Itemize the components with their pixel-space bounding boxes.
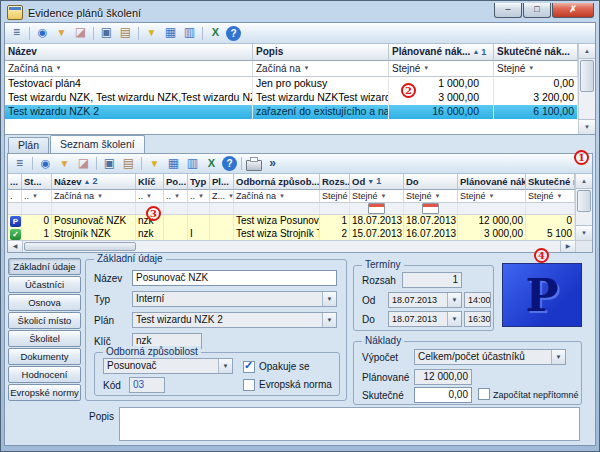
scrollbar-thumb[interactable] <box>577 190 591 212</box>
filter-cell[interactable]: Začíná na▼ <box>234 190 320 203</box>
scrollbar-thumb[interactable] <box>580 60 594 92</box>
plan-row[interactable]: Test wizardu NZK, Test wizardu NZK,Test … <box>5 91 595 105</box>
filter-nazev[interactable]: Začíná na▼ <box>5 61 253 77</box>
copy-icon[interactable]: ▣ <box>101 156 118 172</box>
sidebar-item-hodnoceni[interactable]: Hodnocení <box>8 366 81 383</box>
sidebar-item-dokumenty[interactable]: Dokumenty <box>8 348 81 365</box>
column-header-od-zpusobilost[interactable]: Odborná způsob... <box>234 174 320 190</box>
help-icon[interactable]: ? <box>226 26 241 41</box>
column-header-pl[interactable]: Pl... <box>210 174 234 190</box>
help-icon[interactable]: ? <box>222 156 237 171</box>
column-header-planovane-naklady[interactable]: Plánované nák...▲1 <box>389 44 494 61</box>
filter-icon[interactable]: ▼ <box>146 156 163 172</box>
column-header-skutecne-naklady[interactable]: Skutečné ná... <box>526 174 575 190</box>
filter-cell[interactable]: Stejné▼ <box>350 190 404 203</box>
printer-icon[interactable] <box>246 160 262 171</box>
view-icon[interactable]: ◉ <box>37 156 54 172</box>
scroll-up-icon[interactable]: ▲ <box>579 44 595 59</box>
column-header-skutecne-naklady[interactable]: Skutečné nák... <box>494 44 578 61</box>
filter-cell[interactable]: Z...▼ <box>210 190 234 203</box>
column-header-klic[interactable]: Klíč <box>136 174 164 190</box>
scroll-left-icon[interactable]: ◀ <box>8 241 23 252</box>
eraser-icon[interactable]: ◪ <box>75 156 92 172</box>
popis-textarea[interactable] <box>119 407 580 441</box>
planovane-field[interactable]: 12 000,00 <box>414 369 472 385</box>
filter-cell[interactable]: ..▼ <box>188 190 210 203</box>
filter-cell[interactable]: ..▼ <box>22 190 52 203</box>
filter-cell[interactable]: ..▼ <box>164 190 188 203</box>
tab-plan[interactable]: Plán <box>8 137 49 153</box>
column-header-nazev[interactable]: Název <box>5 44 253 61</box>
sidebar-item-osnova[interactable]: Osnova <box>8 294 81 311</box>
table-columns-icon[interactable]: ▥ <box>181 25 198 41</box>
od-time-field[interactable]: 14:00 <box>464 292 491 308</box>
copy-icon[interactable]: ▣ <box>98 25 115 41</box>
scroll-down-icon[interactable]: ▼ <box>576 225 592 240</box>
plan-row[interactable]: Testovací plán4 Jen pro pokusy 1 000,00 … <box>5 77 595 91</box>
table-icon[interactable]: ▦ <box>165 156 182 172</box>
calendar-icon[interactable] <box>368 203 385 214</box>
calendar-icon[interactable] <box>422 203 439 214</box>
column-header-nazev[interactable]: Název▲2 <box>52 174 136 190</box>
filter-cell[interactable]: Stejné▼ <box>404 190 458 203</box>
view-icon[interactable]: ◉ <box>34 25 51 41</box>
do-date-field[interactable]: 18.07.2013▼ <box>388 311 462 327</box>
close-button[interactable]: ✗ <box>552 3 594 18</box>
trainings-grid-vertical-scrollbar[interactable]: ▲ ▼ <box>575 174 592 240</box>
column-header-typ[interactable]: Typ <box>188 174 210 190</box>
scroll-right-icon[interactable]: ▶ <box>560 241 575 252</box>
paste-icon[interactable]: ▤ <box>120 156 137 172</box>
table-columns-icon[interactable]: ▥ <box>184 156 201 172</box>
funnel-icon[interactable]: ▼ <box>56 156 73 172</box>
filter-popis[interactable]: Začíná na▼ <box>253 61 389 77</box>
opakuje-se-checkbox[interactable] <box>243 361 255 373</box>
column-header-popis[interactable]: Popis <box>253 44 389 61</box>
evropska-norma-checkbox[interactable] <box>243 379 255 391</box>
menu-icon[interactable]: ≡ <box>11 156 28 172</box>
trainings-grid-horizontal-scrollbar[interactable]: ◀ ▶ <box>8 240 575 252</box>
filter-cell[interactable]: ..▼ <box>136 190 164 203</box>
menu-icon[interactable]: ≡ <box>8 25 25 41</box>
filter-planovane[interactable]: Stejné▼ <box>389 61 494 77</box>
minimize-button[interactable]: – <box>494 3 522 18</box>
column-header-od[interactable]: Od▼1 <box>350 174 404 190</box>
column-header-rozsah[interactable]: Rozs... <box>320 174 350 190</box>
training-row[interactable]: P 0 Posunovač NZK nzk Test wiza Posunova… <box>8 215 592 228</box>
excel-export-icon[interactable]: X <box>207 25 224 41</box>
sidebar-item-skolitel[interactable]: Školitel <box>8 330 81 347</box>
skutecne-field[interactable]: 0,00 <box>414 387 472 403</box>
scroll-down-icon[interactable]: ▼ <box>579 119 595 134</box>
filter-skutecne[interactable]: Stejné▼ <box>494 61 578 77</box>
sidebar-item-evropske-normy[interactable]: Evropské normy <box>8 384 81 401</box>
plan-row-selected[interactable]: Test wizardu NZK 2 zařazení do existujíc… <box>5 105 595 119</box>
scrollbar-thumb[interactable] <box>24 242 136 251</box>
plan-combo[interactable]: Test wizardu NZK 2▼ <box>132 312 337 328</box>
filter-cell[interactable]: . <box>8 190 22 203</box>
table-icon[interactable]: ▦ <box>162 25 179 41</box>
od-date-field[interactable]: 18.07.2013▼ <box>388 292 462 308</box>
excel-export-icon[interactable]: X <box>203 156 220 172</box>
filter-cell[interactable]: Stejné▼ <box>526 190 575 203</box>
kod-field[interactable]: 03 <box>129 377 165 393</box>
typ-combo[interactable]: Interní▼ <box>132 291 337 307</box>
column-header-stav[interactable]: St... <box>22 174 52 190</box>
zapocitat-nepritomne-checkbox[interactable] <box>478 388 490 400</box>
column-header-po[interactable]: Po... <box>164 174 188 190</box>
filter-icon[interactable]: ▼ <box>143 25 160 41</box>
sidebar-item-ucastnici[interactable]: Účastníci <box>8 276 81 293</box>
column-header-planovane-naklady[interactable]: Plánované nák... <box>458 174 526 190</box>
plans-grid-vertical-scrollbar[interactable]: ▲ ▼ <box>578 44 595 134</box>
filter-cell[interactable]: Stejné▼ <box>458 190 526 203</box>
more-icon[interactable]: » <box>264 156 281 172</box>
sidebar-item-skolici-misto[interactable]: Školicí místo <box>8 312 81 329</box>
tab-seznam-skoleni[interactable]: Seznam školení <box>50 135 145 153</box>
maximize-button[interactable]: □ <box>523 3 551 18</box>
odborna-zpusobilost-combo[interactable]: Posunovač▼ <box>103 358 233 374</box>
filter-cell[interactable]: Stejné▼ <box>320 190 350 203</box>
filter-cell[interactable]: Začíná na▼ <box>52 190 136 203</box>
eraser-icon[interactable]: ◪ <box>72 25 89 41</box>
nazev-field[interactable]: Posunovač NZK <box>132 270 337 286</box>
column-header-icon[interactable]: ... <box>8 174 22 190</box>
vypocet-combo[interactable]: Celkem/počet účastníků▼ <box>414 349 566 365</box>
scroll-up-icon[interactable]: ▲ <box>576 174 592 189</box>
